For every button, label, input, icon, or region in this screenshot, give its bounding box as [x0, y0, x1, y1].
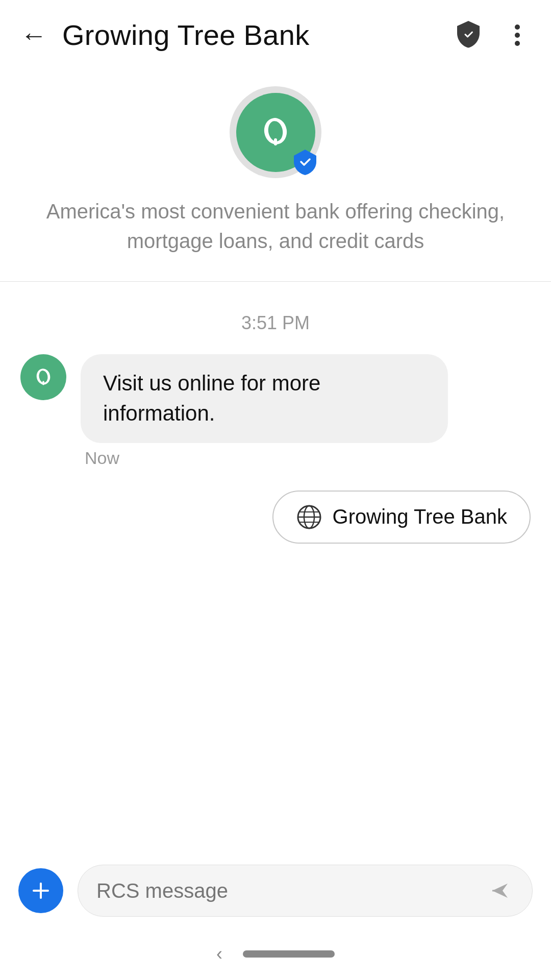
- svg-point-0: [515, 24, 520, 30]
- link-button-label: Growing Tree Bank: [333, 505, 507, 528]
- link-button-row: Growing Tree Bank: [20, 491, 531, 544]
- bottom-bar: ‹: [0, 933, 551, 980]
- profile-verified-badge: [291, 148, 319, 176]
- input-area: [0, 854, 551, 933]
- sender-avatar: [20, 354, 66, 400]
- profile-section: America's most convenient bank offering …: [0, 66, 551, 282]
- profile-description: America's most convenient bank offering …: [41, 197, 510, 256]
- shield-verified-icon[interactable]: [453, 19, 486, 52]
- back-nav-icon[interactable]: ‹: [216, 943, 222, 965]
- chat-bubble: Visit us online for more information.: [81, 354, 448, 443]
- svg-rect-8: [42, 381, 44, 385]
- svg-point-1: [515, 33, 520, 38]
- send-button[interactable]: [489, 878, 514, 903]
- message-input-wrap: [78, 865, 533, 917]
- chat-message-row: Visit us online for more information. No…: [20, 354, 531, 468]
- chat-timestamp: 3:51 PM: [20, 312, 531, 334]
- link-button[interactable]: Growing Tree Bank: [272, 491, 531, 544]
- message-input[interactable]: [96, 879, 489, 902]
- page-title: Growing Tree Bank: [62, 18, 453, 52]
- svg-rect-5: [274, 138, 277, 145]
- home-pill[interactable]: [243, 950, 335, 958]
- chat-time: Now: [85, 448, 448, 468]
- chat-bubble-wrap: Visit us online for more information. No…: [81, 354, 448, 468]
- add-attachment-button[interactable]: [18, 868, 63, 913]
- chat-area: 3:51 PM Visit us online for more informa…: [0, 282, 551, 854]
- more-options-icon[interactable]: [504, 22, 531, 48]
- back-button[interactable]: ←: [20, 22, 47, 48]
- header-icons: [453, 19, 531, 52]
- header: ← Growing Tree Bank: [0, 0, 551, 66]
- profile-avatar-wrap: [230, 86, 321, 178]
- svg-point-2: [515, 41, 520, 46]
